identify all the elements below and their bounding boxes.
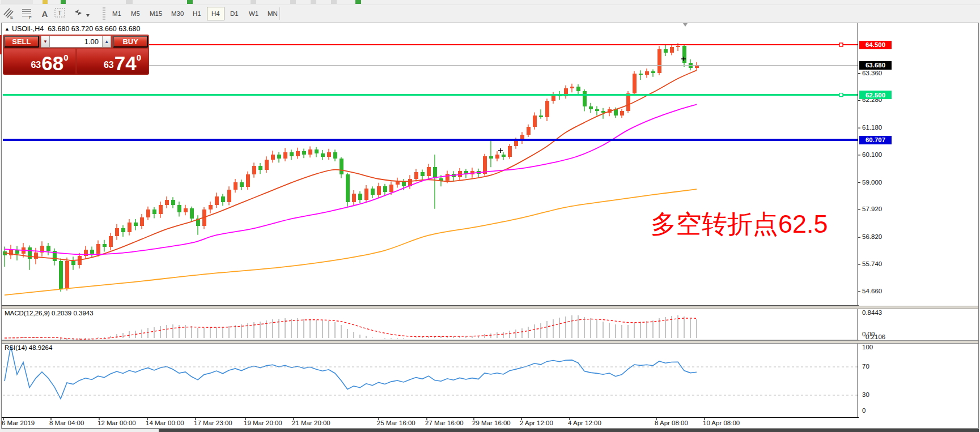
ohlc-values: 63.680 63.720 63.660 63.680 [48,25,140,33]
rsi-scale-label: 70 [862,363,869,370]
price-tick-label: 59.000 [862,179,882,186]
price-badge-60.707: 60.707 [859,136,892,144]
buy-price-prefix: 63 [104,60,114,70]
time-axis-label: 4 Apr 12:00 [568,420,601,426]
price-tick-label: 54.660 [862,288,882,294]
rsi-scale-label: 0 [862,407,866,414]
sell-button[interactable]: SELL [4,36,39,48]
time-axis-label: 27 Mar 16:00 [425,420,464,426]
price-tick-label: 60.100 [862,151,882,158]
fast-ma [5,70,697,260]
macd-header: MACD(12,26,9) 0.2039 0.3943 [5,310,94,316]
time-axis-label: 14 Mar 00:00 [146,420,184,426]
buy-price-tile[interactable]: 63 74 0 [77,49,149,74]
price-badge-63.680: 63.680 [859,61,892,70]
time-axis-label: 6 Mar 2019 [2,420,35,426]
sell-price-pip: 0 [63,53,68,62]
buy-button[interactable]: BUY [113,36,148,48]
rsi-header: RSI(14) 48.9264 [5,344,52,351]
chart-symbol-header: ▲USOil-,H4 63.680 63.720 63.660 63.680 [5,25,141,33]
time-axis-label: 19 Mar 20:00 [244,420,282,426]
chart-shift-marker [683,23,688,27]
one-click-trading-panel: SELL ▼ ▲ BUY 63 68 0 63 74 0 [3,35,149,75]
price-tick-label: 61.180 [862,124,882,131]
horizontal-scrollbar-thumb[interactable] [159,429,979,432]
time-axis-label: 10 Apr 08:00 [703,420,740,426]
buy-price-main: 74 [114,55,137,72]
sell-price-tile[interactable]: 63 68 0 [4,49,75,74]
slow-ma [5,189,697,295]
panel-edge-accent [0,35,2,54]
volume-increase-button[interactable]: ▲ [102,36,111,48]
time-axis-label: 8 Mar 04:00 [49,420,84,426]
time-axis-label: 2 Apr 12:00 [520,420,553,426]
price-tick-label: 57.920 [862,206,882,212]
mid-ma [5,104,697,254]
macd-scale-label: 0.2106 [866,333,885,340]
time-axis-label: 29 Mar 16:00 [472,420,511,426]
time-axis-label: 8 Apr 08:00 [655,420,688,426]
price-tick-label: 55.740 [862,260,882,267]
time-axis-label: 25 Mar 16:00 [377,420,415,426]
price-tick-label: 63.360 [862,70,882,76]
rsi-scale-label: 30 [862,391,869,398]
time-axis-label: 21 Mar 20:00 [292,420,330,426]
price-badge-62.500: 62.500 [859,91,892,99]
volume-decrease-button[interactable]: ▼ [41,36,50,48]
volume-input[interactable] [50,36,102,48]
sell-price-main: 68 [41,55,63,72]
macd-scale-label: 0.8443 [862,309,882,316]
rsi-line [5,346,697,399]
symbol-label: USOil-,H4 [12,25,44,33]
buy-price-pip: 0 [137,53,141,62]
time-axis-label: 12 Mar 00:00 [97,420,136,426]
macd-signal-line [5,318,697,339]
panel-splitter-macd[interactable] [2,306,978,309]
sell-price-prefix: 63 [31,60,41,70]
time-axis-label: 17 Mar 23:00 [194,420,232,426]
chinese-annotation-text: 多空转折点62.5 [651,207,828,241]
price-badge-64.500: 64.500 [859,41,892,49]
mt4-application: E F A T M1M5M15M30H1H4D1W1MN ▲USOil-,H4 … [0,0,980,432]
price-tick-label: 56.820 [862,233,882,240]
collapse-arrow-icon[interactable]: ▲ [5,26,10,32]
panel-splitter-rsi[interactable] [2,340,978,344]
rsi-scale-label: 100 [862,344,873,350]
